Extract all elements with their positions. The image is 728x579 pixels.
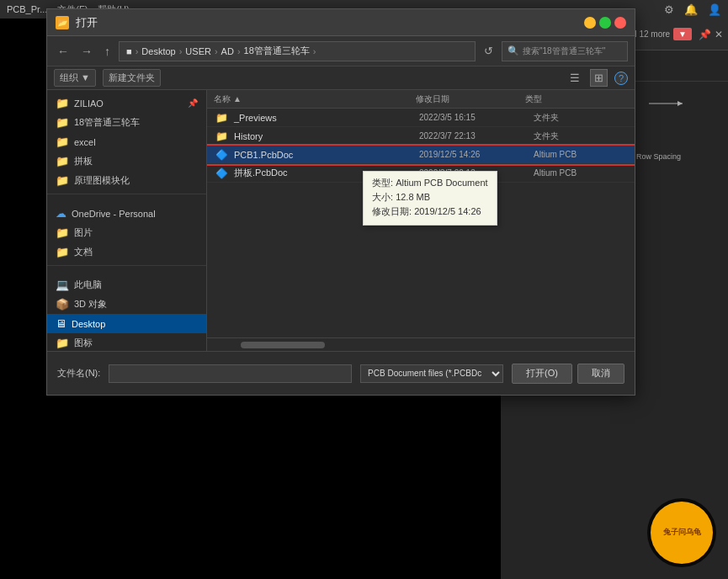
filename-label: 文件名(N): xyxy=(57,367,100,380)
pcb-file-icon: 🔷 xyxy=(214,149,229,161)
dialog-controls xyxy=(584,17,626,29)
sort-arrow-icon: ▲ xyxy=(233,94,242,104)
sidebar-item-ziliao[interactable]: 📁 ZILIAO 📌 xyxy=(47,93,206,113)
sidebar-label: excel xyxy=(74,137,96,147)
folder-icon: 📁 xyxy=(56,246,69,258)
view-list-icon[interactable]: ☰ xyxy=(566,70,583,86)
folder-icon: 📁 xyxy=(56,116,69,129)
minimize-button[interactable] xyxy=(584,17,596,29)
nav-ad: AD xyxy=(221,46,234,56)
pin-icon: 📌 xyxy=(188,98,198,108)
col-header-name[interactable]: 名称 ▲ xyxy=(207,93,409,105)
nav-user: USER xyxy=(185,46,211,56)
sidebar-label: OneDrive - Personal xyxy=(72,209,156,219)
sidebar-item-wendang[interactable]: 📁 文档 xyxy=(47,242,206,262)
help-icon[interactable]: ? xyxy=(614,72,628,85)
user-icon[interactable]: 👤 xyxy=(708,3,721,16)
folder-icon: 📁 xyxy=(56,337,69,349)
cloud-icon: ☁ xyxy=(56,207,66,220)
folder-icon: 📁 xyxy=(214,112,229,124)
organize-button[interactable]: 组织 ▼ xyxy=(54,69,96,87)
file-item-previews[interactable]: 📁 _Previews 2022/3/5 16:15 文件夹 xyxy=(207,109,635,127)
desktop-icon: 🖥 xyxy=(56,317,66,330)
left-sidebar: 📁 ZILIAO 📌 📁 18管普通三轮车 📁 excel 📁 拼板 📁 原理图… xyxy=(47,90,207,351)
tooltip-date: 修改日期: 2019/12/5 14:26 xyxy=(372,205,488,218)
watermark-text: 兔子问乌龟 xyxy=(663,528,701,538)
sidebar-label: 3D 对象 xyxy=(74,298,107,311)
tooltip-type: 类型: Altium PCB Document xyxy=(372,177,488,189)
sidebar-label: ZILIAO xyxy=(74,98,104,109)
svg-text:Row Spacing: Row Spacing xyxy=(636,152,681,161)
pc-icon: 💻 xyxy=(56,279,69,291)
gear-icon[interactable]: ⚙ xyxy=(664,3,674,16)
search-placeholder: 搜索"18管普通三轮车" xyxy=(523,45,605,57)
view-icon-icon[interactable]: ⊞ xyxy=(590,69,608,87)
file-item-pcb1[interactable]: 🔷 PCB1.PcbDoc 2019/12/5 14:26 Altium PCB xyxy=(207,146,635,164)
sidebar-label: 原理图模块化 xyxy=(74,174,130,187)
pcb-file-icon: 🔷 xyxy=(214,167,229,179)
action-buttons: 打开(O) 取消 xyxy=(512,364,624,384)
back-button[interactable]: ← xyxy=(54,43,72,60)
dialog-title-icon: 📂 xyxy=(56,16,69,29)
file-date: 2019/12/5 14:26 xyxy=(419,150,529,159)
tooltip-size: 大小: 12.8 MB xyxy=(372,191,488,204)
sidebar-item-18guan[interactable]: 📁 18管普通三轮车 xyxy=(47,113,206,132)
folder-icon: 📁 xyxy=(56,174,69,187)
forward-button[interactable]: → xyxy=(77,43,96,60)
col-header-type[interactable]: 类型 xyxy=(518,93,635,105)
nav-icon: ■ xyxy=(126,46,132,56)
watermark-badge: 兔子问乌龟 xyxy=(647,498,716,567)
search-box[interactable]: 🔍 搜索"18管普通三轮车" xyxy=(502,41,628,61)
dialog-body: 📁 ZILIAO 📌 📁 18管普通三轮车 📁 excel 📁 拼板 📁 原理图… xyxy=(47,90,635,351)
cancel-button[interactable]: 取消 xyxy=(577,364,624,384)
col-header-date[interactable]: 修改日期 xyxy=(409,93,518,105)
sidebar-label: 此电脑 xyxy=(74,279,102,291)
file-date: 2022/3/5 16:15 xyxy=(419,113,529,122)
sidebar-item-others[interactable]: 📁 图标 xyxy=(47,333,206,351)
file-name: _Previews xyxy=(234,113,414,123)
toolbar-row: 组织 ▼ 新建文件夹 ☰ ⊞ ? xyxy=(47,66,635,90)
file-type: 文件夹 xyxy=(534,130,628,142)
file-tooltip: 类型: Altium PCB Document 大小: 12.8 MB 修改日期… xyxy=(363,171,497,226)
new-folder-button[interactable]: 新建文件夹 xyxy=(103,69,161,87)
up-button[interactable]: ↑ xyxy=(101,43,114,60)
panel-filter-btn[interactable]: ▼ xyxy=(673,28,692,40)
refresh-button[interactable]: ↺ xyxy=(481,43,497,59)
file-name: History xyxy=(234,131,414,141)
file-type: 文件夹 xyxy=(534,112,628,124)
sidebar-label: 拼板 xyxy=(74,155,93,167)
horizontal-scrollbar[interactable] xyxy=(207,337,635,351)
nav-path[interactable]: ■ › Desktop › USER › AD › 18管普通三轮车 › xyxy=(119,41,476,61)
sidebar-item-tupian[interactable]: 📁 图片 xyxy=(47,223,206,242)
maximize-button[interactable] xyxy=(599,17,611,29)
filename-input[interactable] xyxy=(109,364,352,383)
watermark-circle: 兔子问乌龟 xyxy=(651,502,713,564)
app-title: PCB_Pr... xyxy=(7,4,47,14)
bell-icon[interactable]: 🔔 xyxy=(684,3,698,16)
file-dialog: 📂 打开 ← → ↑ ■ › Desktop › USER › AD › 18管… xyxy=(46,8,635,396)
sidebar-label: 文档 xyxy=(74,246,93,258)
sidebar-item-pinban[interactable]: 📁 拼板 xyxy=(47,151,206,171)
file-item-history[interactable]: 📁 History 2022/3/7 22:13 文件夹 xyxy=(207,127,635,146)
panel-close-icon[interactable]: ✕ xyxy=(715,29,723,40)
open-button[interactable]: 打开(O) xyxy=(512,364,572,384)
panel-pin-icon[interactable]: 📌 xyxy=(699,29,711,40)
sidebar-label: 图标 xyxy=(74,337,93,349)
sidebar-item-onedrive[interactable]: ☁ OneDrive - Personal xyxy=(47,204,206,223)
dialog-titlebar: 📂 打开 xyxy=(47,9,635,36)
sidebar-item-3dobject[interactable]: 📦 3D 对象 xyxy=(47,295,206,314)
sidebar-item-desktop[interactable]: 🖥 Desktop xyxy=(47,314,206,333)
folder-icon: 📁 xyxy=(56,226,69,239)
sidebar-item-yuanlitu[interactable]: 📁 原理图模块化 xyxy=(47,171,206,190)
file-type: Altium PCB xyxy=(534,150,628,159)
file-type: Altium PCB xyxy=(534,168,628,178)
sidebar-item-thispc[interactable]: 💻 此电脑 xyxy=(47,275,206,295)
close-button[interactable] xyxy=(614,17,626,29)
nav-bar: ← → ↑ ■ › Desktop › USER › AD › 18管普通三轮车… xyxy=(47,36,635,66)
sidebar-label: 图片 xyxy=(74,226,93,239)
sidebar-item-excel[interactable]: 📁 excel xyxy=(47,132,206,151)
file-date: 2022/3/7 22:13 xyxy=(419,131,529,141)
folder-icon: 📦 xyxy=(56,298,69,311)
filetype-select[interactable]: PCB Document files (*.PCBDc xyxy=(360,364,503,383)
file-list-header: 名称 ▲ 修改日期 类型 xyxy=(207,90,635,109)
